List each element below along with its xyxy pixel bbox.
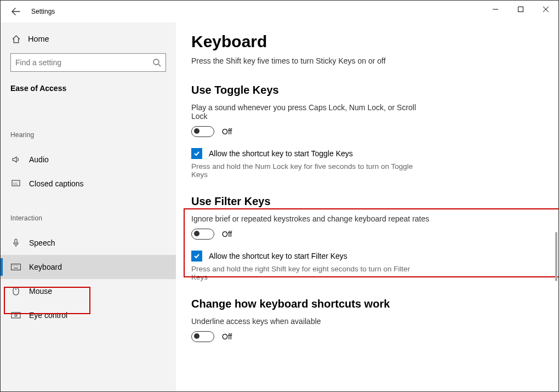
check-icon	[193, 252, 201, 260]
sidebar-item-keyboard[interactable]: Keyboard	[1, 255, 176, 279]
filter-keys-switch[interactable]	[191, 229, 214, 240]
svg-rect-17	[12, 313, 20, 318]
scrollbar-thumb[interactable]	[555, 232, 557, 281]
maximize-button[interactable]	[508, 1, 533, 18]
svg-rect-9	[12, 264, 21, 270]
toggle-keys-check-desc: Press and hold the Num Lock key for five…	[191, 162, 427, 179]
shortcuts-desc: Underline access keys when available	[191, 317, 432, 326]
back-button[interactable]	[8, 4, 24, 19]
nav-label: Speech	[29, 238, 55, 247]
nav-label: Eye control	[29, 311, 67, 320]
window-title: Settings	[31, 8, 55, 15]
sidebar-item-closed-captions[interactable]: CC Closed captions	[1, 172, 176, 196]
toggle-keys-state: Off	[222, 127, 232, 136]
nav-label: Mouse	[29, 287, 52, 296]
home-nav[interactable]: Home	[10, 28, 166, 50]
nav-label: Keyboard	[29, 263, 62, 271]
search-box[interactable]	[10, 53, 166, 72]
toggle-keys-desc: Play a sound whenever you press Caps Loc…	[191, 103, 432, 121]
page-title: Keyboard	[191, 32, 537, 51]
group-interaction: Interaction	[10, 214, 166, 222]
filter-keys-check-desc: Press and hold the right Shift key for e…	[191, 265, 427, 281]
toggle-keys-title: Use Toggle Keys	[191, 84, 537, 96]
group-hearing: Hearing	[10, 131, 166, 139]
home-label: Home	[28, 35, 49, 43]
svg-rect-8	[15, 239, 17, 243]
search-icon	[152, 58, 161, 67]
nav-label: Closed captions	[29, 179, 84, 188]
sidebar-item-speech[interactable]: Speech	[1, 231, 176, 255]
category-label: Ease of Access	[10, 84, 166, 93]
shortcuts-switch[interactable]	[191, 331, 214, 342]
filter-keys-desc: Ignore brief or repeated keystrokes and …	[191, 214, 432, 223]
close-button[interactable]	[533, 1, 558, 18]
toggle-keys-check-label: Allow the shortcut key to start Toggle K…	[209, 149, 353, 158]
home-icon	[10, 35, 21, 44]
sidebar: Home Ease of Access Hearing Audio CC Clo…	[1, 22, 176, 392]
speaker-icon	[10, 155, 21, 164]
minimize-button[interactable]	[483, 1, 508, 18]
main-content: Keyboard Press the Shift key five times …	[176, 22, 558, 392]
sticky-keys-desc: Press the Shift key five times to turn S…	[191, 56, 537, 65]
window-controls	[483, 1, 558, 18]
arrow-left-icon	[12, 7, 20, 16]
svg-point-18	[15, 314, 17, 316]
shortcuts-state: Off	[222, 332, 232, 341]
keyboard-icon	[10, 264, 21, 270]
filter-keys-title: Use Filter Keys	[191, 195, 537, 208]
cc-icon: CC	[10, 180, 21, 188]
svg-line-5	[158, 64, 161, 66]
nav-label: Audio	[29, 155, 49, 164]
toggle-keys-switch[interactable]	[191, 126, 214, 137]
svg-point-4	[153, 59, 159, 65]
svg-text:CC: CC	[13, 182, 18, 185]
svg-rect-1	[518, 7, 523, 12]
search-input[interactable]	[15, 58, 152, 67]
toggle-keys-shortcut-check[interactable]	[191, 148, 202, 159]
filter-keys-state: Off	[222, 230, 232, 238]
filter-keys-shortcut-check[interactable]	[191, 251, 202, 262]
shortcuts-title: Change how keyboard shortcuts work	[191, 298, 537, 310]
sidebar-item-mouse[interactable]: Mouse	[1, 279, 176, 303]
titlebar: Settings	[1, 1, 558, 22]
eye-icon	[10, 311, 21, 319]
sidebar-item-eye-control[interactable]: Eye control	[1, 303, 176, 327]
check-icon	[193, 150, 201, 157]
microphone-icon	[10, 238, 21, 247]
sidebar-item-audio[interactable]: Audio	[1, 147, 176, 172]
filter-keys-check-label: Allow the shortcut key to start Filter K…	[209, 252, 347, 260]
mouse-icon	[10, 287, 21, 296]
